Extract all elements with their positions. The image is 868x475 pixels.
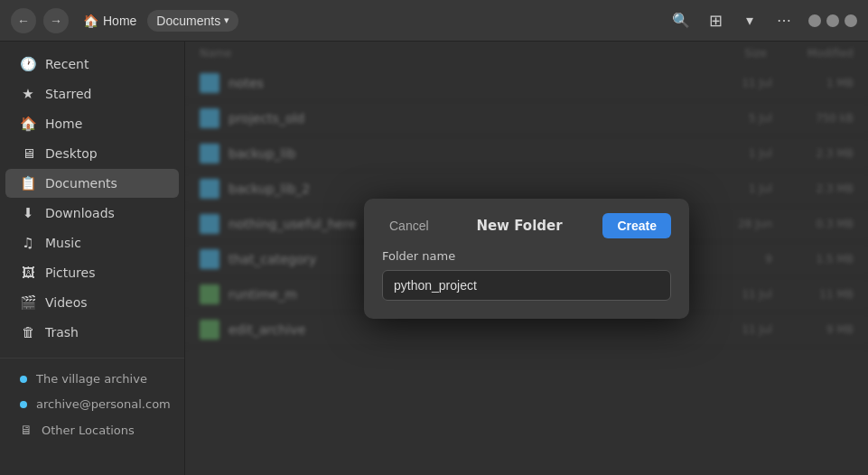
header-actions: 🔍 ⊞ ▾ ⋯	[667, 7, 798, 34]
more-icon: ⋯	[777, 12, 791, 29]
network-dot	[20, 401, 27, 408]
sidebar-item-pictures[interactable]: 🖼 Pictures	[5, 258, 179, 287]
sidebar-item-label: Trash	[45, 325, 79, 340]
sidebar-item-desktop[interactable]: 🖥 Desktop	[5, 139, 179, 168]
main-layout: 🕐 Recent ★ Starred 🏠 Home 🖥 Desktop 📋 Do…	[0, 42, 868, 475]
sidebar-item-net1[interactable]: The village archive	[5, 367, 179, 391]
dialog-header: Cancel New Folder Create	[364, 199, 689, 249]
sidebar-item-label: Pictures	[45, 265, 95, 280]
downloads-icon: ⬇	[20, 205, 36, 221]
cancel-button[interactable]: Cancel	[382, 215, 436, 237]
dialog-body: Folder name	[364, 249, 689, 319]
sidebar-network-section: The village archive archive@personal.com…	[0, 358, 184, 442]
window-controls	[808, 14, 857, 27]
sidebar-item-starred[interactable]: ★ Starred	[5, 79, 179, 108]
minimize-button[interactable]	[808, 14, 821, 27]
sidebar-item-label: Recent	[45, 57, 89, 71]
sidebar-item-downloads[interactable]: ⬇ Downloads	[5, 199, 179, 228]
sidebar-item-net2[interactable]: archive@personal.com	[5, 392, 179, 416]
new-folder-dialog: Cancel New Folder Create Folder name	[364, 199, 689, 319]
chevron-down-icon: ▾	[224, 14, 229, 26]
starred-icon: ★	[20, 86, 36, 102]
sidebar-item-videos[interactable]: 🎬 Videos	[5, 288, 179, 317]
network-dot	[20, 376, 27, 383]
content-area: Name Size Modified notes 11 Jul 1 MB pro…	[185, 42, 868, 475]
sidebar-item-other-locations[interactable]: 🖥 Other Locations	[5, 417, 179, 442]
music-icon: ♫	[20, 235, 36, 251]
dialog-overlay: Cancel New Folder Create Folder name	[185, 42, 868, 475]
close-button[interactable]	[845, 14, 857, 27]
grid-view-icon: ⊞	[709, 11, 723, 31]
sidebar-item-recent[interactable]: 🕐 Recent	[5, 50, 179, 79]
home-label: Home	[103, 14, 136, 28]
more-options-button[interactable]: ⋯	[770, 7, 798, 34]
sidebar-item-label: Documents	[45, 176, 117, 191]
documents-icon: 📋	[20, 175, 36, 191]
sidebar-item-documents[interactable]: 📋 Documents	[5, 169, 179, 198]
home-icon: 🏠	[20, 116, 36, 132]
desktop-icon: 🖥	[20, 145, 36, 162]
app-header: ← → 🏠 Home Documents ▾ 🔍 ⊞ ▾ ⋯	[0, 0, 868, 42]
maximize-button[interactable]	[826, 14, 839, 27]
sidebar-item-label: Videos	[45, 295, 88, 310]
dialog-title: New Folder	[476, 218, 562, 234]
sidebar-item-label: Starred	[45, 87, 91, 101]
breadcrumb: 🏠 Home Documents ▾	[76, 10, 660, 32]
sidebar-item-music[interactable]: ♫ Music	[5, 228, 179, 257]
recent-icon: 🕐	[20, 56, 36, 72]
home-icon: 🏠	[83, 14, 98, 28]
sidebar-item-label: Downloads	[45, 206, 115, 220]
folder-name-label: Folder name	[382, 249, 671, 263]
view-dropdown-button[interactable]: ▾	[736, 7, 763, 34]
home-breadcrumb[interactable]: 🏠 Home	[76, 10, 144, 32]
create-button[interactable]: Create	[602, 213, 671, 238]
chevron-down-icon: ▾	[746, 12, 753, 29]
view-toggle-button[interactable]: ⊞	[702, 7, 729, 34]
documents-breadcrumb[interactable]: Documents ▾	[147, 10, 238, 32]
sidebar-item-home[interactable]: 🏠 Home	[5, 109, 179, 138]
other-locations-label: Other Locations	[42, 424, 135, 437]
pictures-icon: 🖼	[20, 265, 36, 281]
sidebar: 🕐 Recent ★ Starred 🏠 Home 🖥 Desktop 📋 Do…	[0, 42, 185, 475]
folder-name-input[interactable]	[382, 270, 671, 301]
forward-button[interactable]: →	[43, 8, 69, 33]
other-locations-icon: 🖥	[20, 423, 33, 437]
network-label: The village archive	[36, 372, 147, 386]
videos-icon: 🎬	[20, 294, 36, 311]
search-icon: 🔍	[672, 12, 690, 29]
sidebar-item-label: Desktop	[45, 146, 98, 161]
breadcrumb-segment-label: Documents	[156, 14, 220, 28]
sidebar-item-label: Music	[45, 236, 81, 250]
sidebar-item-trash[interactable]: 🗑 Trash	[5, 318, 179, 347]
search-button[interactable]: 🔍	[667, 7, 695, 34]
sidebar-item-label: Home	[45, 116, 82, 131]
back-button[interactable]: ←	[11, 8, 36, 33]
trash-icon: 🗑	[20, 324, 36, 340]
network-label: archive@personal.com	[36, 397, 171, 411]
